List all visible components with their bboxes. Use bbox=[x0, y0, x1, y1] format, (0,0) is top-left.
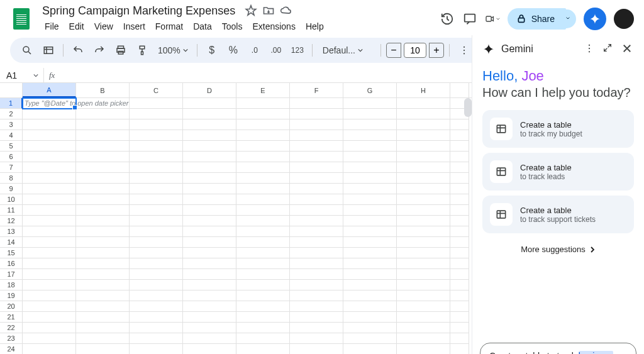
doc-title[interactable]: Spring Campaign Marketing Expenses bbox=[38, 4, 240, 18]
cell[interactable] bbox=[450, 290, 469, 301]
cell[interactable] bbox=[236, 205, 290, 216]
cell[interactable] bbox=[397, 344, 450, 354]
format-currency-icon[interactable]: $ bbox=[203, 41, 221, 60]
cell[interactable] bbox=[183, 130, 236, 141]
cell[interactable] bbox=[236, 344, 290, 354]
cell[interactable] bbox=[343, 152, 397, 162]
suggestion-card[interactable]: Create a table to track leads bbox=[482, 153, 634, 191]
cell[interactable] bbox=[450, 194, 469, 205]
cell[interactable] bbox=[450, 141, 469, 152]
cloud-status-icon[interactable] bbox=[280, 4, 292, 17]
cell[interactable] bbox=[397, 312, 450, 323]
cell[interactable] bbox=[450, 173, 469, 184]
cell[interactable] bbox=[343, 301, 397, 312]
cell[interactable] bbox=[397, 194, 450, 205]
cell[interactable] bbox=[130, 205, 183, 216]
cell[interactable] bbox=[290, 290, 343, 301]
cell[interactable] bbox=[450, 184, 469, 194]
cell[interactable] bbox=[290, 344, 343, 354]
cell[interactable] bbox=[450, 226, 469, 237]
cell[interactable] bbox=[130, 248, 183, 258]
cell[interactable] bbox=[76, 130, 130, 141]
font-size-input[interactable] bbox=[404, 43, 426, 58]
cell[interactable] bbox=[343, 119, 397, 130]
row-header[interactable]: 3 bbox=[0, 119, 23, 130]
cell[interactable] bbox=[183, 216, 236, 226]
cell[interactable] bbox=[236, 226, 290, 237]
cell[interactable] bbox=[76, 344, 130, 354]
menu-edit[interactable]: Edit bbox=[65, 19, 89, 34]
cell[interactable] bbox=[290, 173, 343, 184]
cell[interactable] bbox=[290, 258, 343, 269]
col-header[interactable]: H bbox=[397, 83, 450, 97]
spreadsheet-grid[interactable]: ABCDEFGH 1234567891011121314151617181920… bbox=[0, 83, 472, 354]
cell[interactable] bbox=[450, 323, 469, 333]
cell[interactable] bbox=[290, 280, 343, 290]
increase-font-size-button[interactable]: + bbox=[429, 43, 444, 58]
cell[interactable] bbox=[23, 205, 76, 216]
cell[interactable] bbox=[23, 173, 76, 184]
cell[interactable] bbox=[23, 130, 76, 141]
cell[interactable] bbox=[76, 162, 130, 173]
cell[interactable] bbox=[130, 109, 183, 119]
menu-format[interactable]: Format bbox=[151, 19, 187, 34]
cell[interactable] bbox=[76, 216, 130, 226]
history-icon[interactable] bbox=[440, 11, 455, 26]
cell[interactable] bbox=[397, 237, 450, 248]
decrease-decimal-icon[interactable]: .0 bbox=[245, 41, 264, 60]
print-icon[interactable] bbox=[111, 41, 130, 60]
cell[interactable] bbox=[236, 162, 290, 173]
cell[interactable] bbox=[343, 258, 397, 269]
cell[interactable] bbox=[236, 237, 290, 248]
cell[interactable] bbox=[130, 258, 183, 269]
row-header[interactable]: 2 bbox=[0, 109, 23, 119]
cell[interactable] bbox=[397, 119, 450, 130]
cell[interactable] bbox=[76, 194, 130, 205]
star-icon[interactable] bbox=[245, 4, 257, 17]
name-box[interactable]: A1 bbox=[1, 68, 44, 82]
cell[interactable] bbox=[236, 184, 290, 194]
cell[interactable] bbox=[183, 344, 236, 354]
cell[interactable] bbox=[23, 216, 76, 226]
cell[interactable] bbox=[343, 312, 397, 323]
cell[interactable] bbox=[397, 184, 450, 194]
menu-data[interactable]: Data bbox=[189, 19, 216, 34]
row-header[interactable]: 14 bbox=[0, 237, 23, 248]
gemini-prompt-input[interactable]: Create a table to track business income … bbox=[480, 343, 636, 354]
col-header[interactable]: C bbox=[130, 83, 183, 97]
cell[interactable] bbox=[183, 290, 236, 301]
cell[interactable] bbox=[130, 141, 183, 152]
cell[interactable] bbox=[130, 323, 183, 333]
menu-extensions[interactable]: Extensions bbox=[248, 19, 299, 34]
cell[interactable] bbox=[450, 344, 469, 354]
cell[interactable] bbox=[23, 269, 76, 280]
cell[interactable] bbox=[397, 290, 450, 301]
cell[interactable] bbox=[343, 290, 397, 301]
cell[interactable] bbox=[236, 141, 290, 152]
cell[interactable] bbox=[76, 173, 130, 184]
cell[interactable] bbox=[290, 109, 343, 119]
cell[interactable] bbox=[236, 216, 290, 226]
gemini-close-icon[interactable] bbox=[621, 43, 634, 55]
sheets-logo[interactable] bbox=[10, 8, 33, 30]
cell[interactable] bbox=[290, 248, 343, 258]
vertical-scrollbar[interactable] bbox=[464, 98, 472, 117]
redo-icon[interactable] bbox=[90, 41, 109, 60]
cell[interactable] bbox=[183, 333, 236, 344]
cell[interactable] bbox=[450, 280, 469, 290]
gemini-more-icon[interactable] bbox=[584, 43, 596, 55]
row-header[interactable]: 13 bbox=[0, 226, 23, 237]
cell[interactable] bbox=[130, 162, 183, 173]
cell[interactable] bbox=[236, 258, 290, 269]
increase-decimal-icon[interactable]: .00 bbox=[267, 41, 286, 60]
cell[interactable] bbox=[290, 152, 343, 162]
cell[interactable] bbox=[397, 216, 450, 226]
cell[interactable] bbox=[236, 323, 290, 333]
cell[interactable] bbox=[343, 173, 397, 184]
cell[interactable] bbox=[183, 237, 236, 248]
cell[interactable] bbox=[76, 301, 130, 312]
cell[interactable] bbox=[183, 109, 236, 119]
filter-views-icon[interactable] bbox=[39, 41, 58, 60]
cell[interactable] bbox=[130, 333, 183, 344]
menu-file[interactable]: File bbox=[40, 19, 64, 34]
